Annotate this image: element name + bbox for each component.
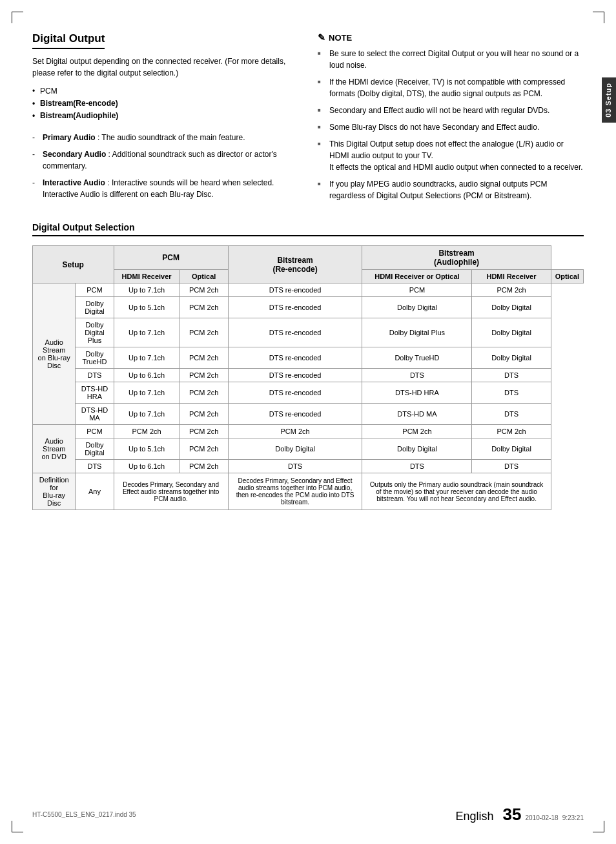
note-icon: ✎ bbox=[318, 32, 325, 43]
page: 03 Setup Digital Output Set Digital outp… bbox=[0, 0, 616, 844]
dtshd-hra-hdmi: Up to 7.1ch bbox=[114, 382, 180, 404]
note-item-5: This Digital Output setup does not effec… bbox=[318, 138, 584, 173]
table-row: Dolby DigitalPlus Up to 7.1ch PCM 2ch DT… bbox=[33, 318, 584, 347]
dtshd-ma-audiophile-hdmi: DTS-HD MA bbox=[362, 404, 472, 425]
note-item-6: If you play MPEG audio soundtracks, audi… bbox=[318, 178, 584, 201]
dvd-dts-audiophile-hdmi: DTS bbox=[362, 460, 472, 473]
pcm-re-pcm: DTS re-encoded bbox=[228, 283, 362, 297]
note-item-2: If the HDMI device (Receiver, TV) is not… bbox=[318, 76, 584, 99]
stream-dolby-digital: Dolby Digital bbox=[76, 297, 114, 318]
dd-hdmi: Up to 5.1ch bbox=[114, 297, 180, 318]
dvd-pcm-hdmi: PCM 2ch bbox=[114, 425, 180, 438]
dtshd-ma-optical: PCM 2ch bbox=[180, 404, 228, 425]
output-table: Setup PCM Bitstream(Re-encode) Bitstream… bbox=[32, 245, 584, 510]
dvd-dts-hdmi: Up to 6.1ch bbox=[114, 460, 180, 473]
note-item-1: Be sure to select the correct Digital Ou… bbox=[318, 48, 584, 71]
table-row: DTS-HD HRA Up to 7.1ch PCM 2ch DTS re-en… bbox=[33, 382, 584, 404]
dd-audiophile-hdmi: Dolby Digital bbox=[362, 297, 472, 318]
th-bitstream-reencode: Bitstream(Re-encode) bbox=[228, 246, 362, 283]
note-item-4: Some Blu-ray Discs do not have Secondary… bbox=[318, 121, 584, 133]
footer-english-label: English bbox=[456, 810, 494, 823]
table-section: Digital Output Selection Setup PCM Bitst… bbox=[32, 222, 584, 510]
truehd-re: DTS re-encoded bbox=[228, 347, 362, 369]
dtshd-ma-audiophile-optical: DTS bbox=[472, 404, 551, 425]
truehd-audiophile-optical: Dolby Digital bbox=[472, 347, 551, 369]
right-column: ✎ NOTE Be sure to select the correct Dig… bbox=[318, 32, 584, 207]
group3-bitstream-re: Decodes Primary, Secondary and Effect au… bbox=[228, 473, 362, 510]
dvd-dd-re: Dolby Digital bbox=[228, 438, 362, 460]
pcm-hdmi-pcm: Up to 7.1ch bbox=[114, 283, 180, 297]
dts-audiophile-hdmi: DTS bbox=[362, 369, 472, 382]
dts-audiophile-optical: DTS bbox=[472, 369, 551, 382]
corner-mark-tl bbox=[12, 12, 23, 23]
stream-dolby-truehd: Dolby TrueHD bbox=[76, 347, 114, 369]
dvd-dts-optical: PCM 2ch bbox=[180, 460, 228, 473]
th-optical-audiophile: Optical bbox=[551, 270, 583, 283]
page-footer: HT-C5500_ELS_ENG_0217.indd 35 English 35… bbox=[32, 805, 584, 825]
table-row-definition: Definition forBlu-ray Disc Any Decodes P… bbox=[33, 473, 584, 510]
group2-label: Audio Streamon DVD bbox=[33, 425, 76, 473]
dd-audiophile-optical: Dolby Digital bbox=[472, 297, 551, 318]
dvd-pcm-audiophile-hdmi: PCM 2ch bbox=[362, 425, 472, 438]
ddplus-audiophile-hdmi: Dolby Digital Plus bbox=[362, 318, 472, 347]
table-row: DTS Up to 6.1ch PCM 2ch DTS re-encoded D… bbox=[33, 369, 584, 382]
table-row: Audio Streamon DVD PCM PCM 2ch PCM 2ch P… bbox=[33, 425, 584, 438]
truehd-hdmi: Up to 7.1ch bbox=[114, 347, 180, 369]
left-column: Digital Output Set Digital output depend… bbox=[32, 32, 298, 207]
note-list: Be sure to select the correct Digital Ou… bbox=[318, 48, 584, 201]
ddplus-re: DTS re-encoded bbox=[228, 318, 362, 347]
table-header-row-1: Setup PCM Bitstream(Re-encode) Bitstream… bbox=[33, 246, 584, 270]
dvd-pcm-re: PCM 2ch bbox=[228, 425, 362, 438]
note-label: NOTE bbox=[329, 33, 352, 43]
dash-item-secondary: Secondary Audio : Additional soundtrack … bbox=[32, 149, 298, 172]
group3-stream: Any bbox=[76, 473, 114, 510]
side-tab: 03 Setup bbox=[602, 77, 616, 123]
truehd-optical: PCM 2ch bbox=[180, 347, 228, 369]
stream-dts: DTS bbox=[76, 369, 114, 382]
th-pcm: PCM bbox=[114, 246, 228, 270]
note-item-3: Secondary and Effect audio will not be h… bbox=[318, 105, 584, 116]
th-setup: Setup bbox=[33, 246, 114, 283]
dts-optical: PCM 2ch bbox=[180, 369, 228, 382]
th-optical-pcm: Optical bbox=[180, 270, 228, 283]
dtshd-hra-audiophile-hdmi: DTS-HD HRA bbox=[362, 382, 472, 404]
content-area: Digital Output Set Digital output depend… bbox=[32, 32, 584, 207]
dvd-dd-audiophile-hdmi: Dolby Digital bbox=[362, 438, 472, 460]
dash-item-primary: Primary Audio : The audio soundtrack of … bbox=[32, 132, 298, 143]
intro-text: Set Digital output depending on the conn… bbox=[32, 56, 298, 79]
bullet-item-bistream-reencode: Bistream(Re-encode) bbox=[32, 98, 298, 110]
stream-dts-hd-ma: DTS-HD MA bbox=[76, 404, 114, 425]
th-bitstream-audiophile: Bitstream(Audiophile) bbox=[362, 246, 551, 270]
ddplus-optical: PCM 2ch bbox=[180, 318, 228, 347]
section-title: Digital Output bbox=[32, 32, 105, 49]
stream-ddplus: Dolby DigitalPlus bbox=[76, 318, 114, 347]
dts-hdmi: Up to 6.1ch bbox=[114, 369, 180, 382]
dd-optical: PCM 2ch bbox=[180, 297, 228, 318]
dvd-stream-dts: DTS bbox=[76, 460, 114, 473]
footer-right: English 35 2010-02-18 9:23:21 bbox=[456, 805, 584, 825]
footer-file-info: HT-C5500_ELS_ENG_0217.indd 35 bbox=[32, 811, 136, 818]
pcm-optical-pcm: PCM 2ch bbox=[180, 283, 228, 297]
dvd-pcm-audiophile-optical: PCM 2ch bbox=[472, 425, 551, 438]
ddplus-audiophile-optical: Dolby Digital bbox=[472, 318, 551, 347]
footer-page-number: 35 bbox=[503, 805, 522, 825]
dd-re: DTS re-encoded bbox=[228, 297, 362, 318]
dvd-dts-re: DTS bbox=[228, 460, 362, 473]
dtshd-hra-re: DTS re-encoded bbox=[228, 382, 362, 404]
dash-list: Primary Audio : The audio soundtrack of … bbox=[32, 132, 298, 200]
dtshd-hra-optical: PCM 2ch bbox=[180, 382, 228, 404]
group3-audiophile: Outputs only the Primary audio soundtrac… bbox=[362, 473, 551, 510]
dvd-dd-hdmi: Up to 5.1ch bbox=[114, 438, 180, 460]
dvd-dd-audiophile-optical: Dolby Digital bbox=[472, 438, 551, 460]
group1-label: Audio Streamon Blu-ray Disc bbox=[33, 283, 76, 425]
group3-label: Definition forBlu-ray Disc bbox=[33, 473, 76, 510]
dash-item-interactive: Interactive Audio : Interactive sounds w… bbox=[32, 177, 298, 200]
table-row: Dolby TrueHD Up to 7.1ch PCM 2ch DTS re-… bbox=[33, 347, 584, 369]
footer-time: 9:23:21 bbox=[562, 814, 584, 821]
corner-mark-br bbox=[593, 821, 604, 832]
bullet-list: PCM Bistream(Re-encode) Bistream(Audioph… bbox=[32, 85, 298, 123]
dvd-dd-optical: PCM 2ch bbox=[180, 438, 228, 460]
pcm-audiophile-optical: PCM 2ch bbox=[472, 283, 551, 297]
dvd-stream-pcm: PCM bbox=[76, 425, 114, 438]
dvd-dts-audiophile-optical: DTS bbox=[472, 460, 551, 473]
